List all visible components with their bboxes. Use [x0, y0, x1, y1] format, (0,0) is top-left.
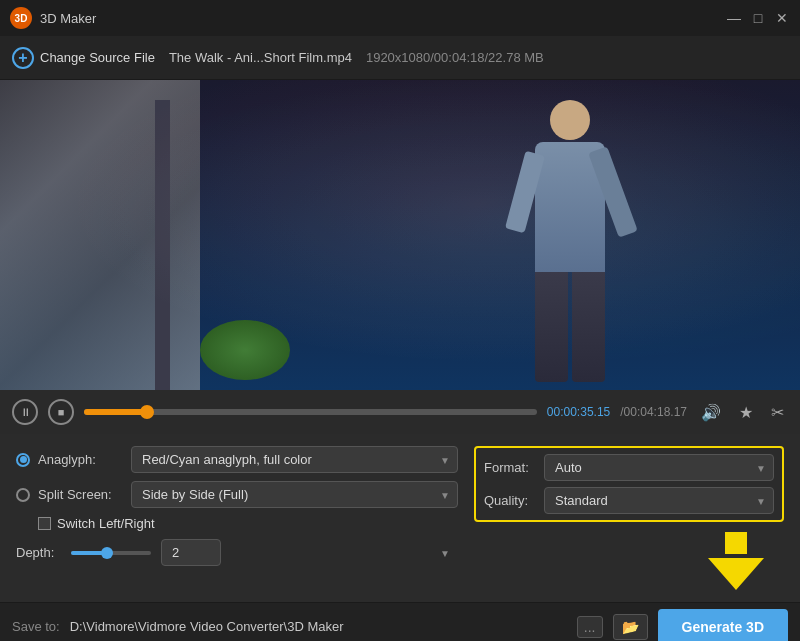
char-leg-left	[535, 272, 568, 382]
total-time: /00:04:18.17	[620, 405, 687, 419]
plant-element	[200, 320, 290, 380]
depth-slider-container	[71, 551, 151, 555]
arrow-stem	[725, 532, 747, 554]
source-bar: + Change Source File The Walk - Ani...Sh…	[0, 36, 800, 80]
arrow-head	[708, 558, 764, 590]
format-select-wrapper: Auto MP4 MKV AVI ▼	[544, 454, 774, 481]
hint-arrow-container	[474, 532, 784, 590]
clip-button[interactable]: ✂	[767, 401, 788, 424]
pause-button[interactable]: ⏸	[12, 399, 38, 425]
split-screen-select[interactable]: Side by Side (Full) Side by Side (Half) …	[131, 481, 458, 508]
depth-value-wrapper: 1 2 3 4 5 ▼	[161, 539, 458, 566]
browse-path-button[interactable]: ...	[577, 616, 603, 638]
depth-slider[interactable]	[71, 551, 151, 555]
anaglyph-row: Anaglyph: Red/Cyan anaglyph, full color …	[16, 446, 458, 473]
split-screen-select-wrapper: Side by Side (Full) Side by Side (Half) …	[131, 481, 458, 508]
depth-select-arrow: ▼	[440, 547, 450, 558]
save-to-label: Save to:	[12, 619, 60, 634]
folder-icon: 📂	[622, 619, 639, 635]
window-controls: ― □ ✕	[726, 10, 790, 26]
char-arm-right	[588, 146, 638, 237]
bottom-bar: Save to: D:\Vidmore\Vidmore Video Conver…	[0, 602, 800, 641]
split-screen-row: Split Screen: Side by Side (Full) Side b…	[16, 481, 458, 508]
anaglyph-label: Anaglyph:	[38, 452, 123, 467]
quality-row: Quality: Standard High Ultra High ▼	[484, 487, 774, 514]
anaglyph-select[interactable]: Red/Cyan anaglyph, full color Red/Cyan a…	[131, 446, 458, 473]
format-select[interactable]: Auto MP4 MKV AVI	[544, 454, 774, 481]
settings-panel: Anaglyph: Red/Cyan anaglyph, full color …	[0, 434, 800, 602]
char-leg-right	[572, 272, 605, 382]
source-meta: 1920x1080/00:04:18/22.78 MB	[366, 50, 544, 65]
pause-icon: ⏸	[20, 406, 31, 418]
stop-icon: ■	[58, 406, 65, 418]
title-bar: 3D 3D Maker ― □ ✕	[0, 0, 800, 36]
save-path: D:\Vidmore\Vidmore Video Converter\3D Ma…	[70, 619, 567, 634]
format-label: Format:	[484, 460, 536, 475]
format-quality-group: Format: Auto MP4 MKV AVI ▼ Quality: Stan…	[474, 446, 784, 522]
depth-select[interactable]: 1 2 3 4 5	[161, 539, 221, 566]
depth-slider-fill	[71, 551, 103, 555]
switch-lr-row: Switch Left/Right	[38, 516, 458, 531]
current-time: 00:00:35.15	[547, 405, 610, 419]
close-button[interactable]: ✕	[774, 10, 790, 26]
switch-lr-label: Switch Left/Right	[57, 516, 155, 531]
quality-select[interactable]: Standard High Ultra High	[544, 487, 774, 514]
playback-controls: ⏸ ■ 00:00:35.15 /00:04:18.17 🔊 ★ ✂	[0, 390, 800, 434]
generate-3d-button[interactable]: Generate 3D	[658, 609, 788, 642]
anaglyph-radio[interactable]	[16, 453, 30, 467]
video-preview	[0, 80, 800, 390]
format-row: Format: Auto MP4 MKV AVI ▼	[484, 454, 774, 481]
minimize-button[interactable]: ―	[726, 10, 742, 26]
quality-label: Quality:	[484, 493, 536, 508]
app-logo: 3D	[10, 7, 32, 29]
switch-lr-checkbox[interactable]	[38, 517, 51, 530]
split-screen-radio[interactable]	[16, 488, 30, 502]
change-source-label: Change Source File	[40, 50, 155, 65]
character-figure	[480, 100, 660, 380]
char-body	[535, 142, 605, 272]
anaglyph-select-wrapper: Red/Cyan anaglyph, full color Red/Cyan a…	[131, 446, 458, 473]
open-folder-button[interactable]: 📂	[613, 614, 648, 640]
video-canvas	[0, 80, 800, 390]
maximize-button[interactable]: □	[750, 10, 766, 26]
progress-fill	[84, 409, 147, 415]
quality-select-wrapper: Standard High Ultra High ▼	[544, 487, 774, 514]
yellow-arrow	[708, 532, 764, 590]
add-icon: +	[12, 47, 34, 69]
char-legs	[535, 272, 605, 382]
progress-bar[interactable]	[84, 409, 537, 415]
depth-label: Depth:	[16, 545, 61, 560]
depth-row: Depth: 1 2 3 4 5 ▼	[16, 539, 458, 566]
source-filename: The Walk - Ani...Short Film.mp4	[169, 50, 352, 65]
app-title: 3D Maker	[40, 11, 96, 26]
depth-slider-thumb[interactable]	[101, 547, 113, 559]
settings-right: Format: Auto MP4 MKV AVI ▼ Quality: Stan…	[474, 446, 784, 590]
bookmark-button[interactable]: ★	[735, 401, 757, 424]
progress-thumb	[140, 405, 154, 419]
char-head	[550, 100, 590, 140]
volume-button[interactable]: 🔊	[697, 401, 725, 424]
char-arm-left	[505, 151, 545, 233]
stop-button[interactable]: ■	[48, 399, 74, 425]
change-source-button[interactable]: + Change Source File	[12, 47, 155, 69]
split-screen-label: Split Screen:	[38, 487, 123, 502]
settings-left: Anaglyph: Red/Cyan anaglyph, full color …	[16, 446, 458, 590]
anaglyph-overlay	[0, 80, 800, 390]
